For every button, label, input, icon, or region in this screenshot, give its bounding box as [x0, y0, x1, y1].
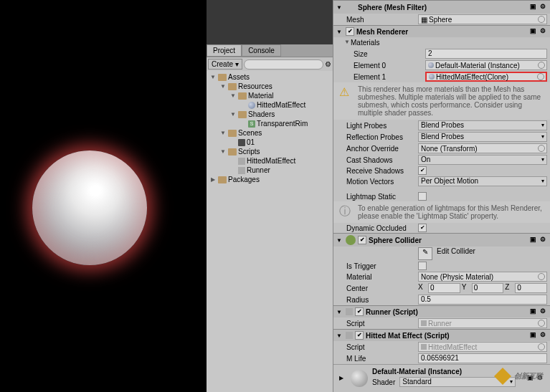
radius-label: Radius — [346, 296, 418, 304]
el0-label: Element 0 — [354, 62, 425, 70]
hitted-header[interactable]: ▼✔Hitted Mat Effect (Script)▣⚙ — [333, 330, 550, 341]
runner-header[interactable]: ▼✔Runner (Script)▣⚙ — [333, 306, 550, 317]
center-z[interactable]: 0 — [515, 283, 547, 293]
motion-label: Motion Vectors — [346, 178, 418, 186]
gear-icon[interactable]: ⚙ — [539, 307, 547, 316]
mlife-field[interactable]: 0.06596921 — [418, 353, 547, 363]
receive-shadows-checkbox[interactable]: ✔ — [418, 166, 427, 175]
hitted-enabled[interactable]: ✔ — [355, 331, 364, 340]
edit-collider-label: Edit Collider — [437, 247, 475, 260]
center-y[interactable]: 0 — [472, 283, 504, 293]
tree-resources[interactable]: ▼Resources — [207, 82, 333, 91]
center-label: Center — [346, 285, 418, 292]
el0-field[interactable]: Default-Material (Instance) — [425, 60, 547, 70]
anchor-field[interactable]: None (Transform) — [418, 143, 547, 153]
light-probes-dropdown[interactable]: Blend Probes — [418, 120, 547, 130]
inspector-panel[interactable]: ▼Sphere (Mesh Filter)▣⚙ Mesh▦ Sphere ▼✔M… — [333, 0, 550, 392]
reflection-probes-label: Reflection Probes — [346, 133, 418, 141]
tree-shaders[interactable]: ▼Shaders — [207, 110, 333, 119]
is-trigger-label: Is Trigger — [346, 262, 418, 270]
radius-field[interactable]: 0.5 — [418, 295, 547, 305]
help-icon[interactable]: ▣ — [528, 331, 537, 340]
info-icon: ⓘ — [339, 204, 354, 219]
tree-transparent-rim[interactable]: STransparentRim — [207, 119, 333, 128]
dynamic-label: Dynamic Occluded — [346, 224, 418, 232]
help-icon[interactable]: ▣ — [528, 307, 537, 316]
gear-icon[interactable]: ⚙ — [539, 331, 547, 340]
tree-hitted-mat[interactable]: HittedMatEffect — [207, 100, 333, 110]
materials-label[interactable]: Materials — [351, 39, 380, 47]
collider-enabled[interactable]: ✔ — [358, 236, 366, 244]
create-button[interactable]: Create ▾ — [208, 59, 242, 70]
reflection-probes-dropdown[interactable]: Blend Probes — [418, 132, 547, 142]
dynamic-checkbox[interactable]: ✔ — [418, 224, 427, 232]
tree-scenes[interactable]: ▼Scenes — [207, 128, 333, 138]
tab-console[interactable]: Console — [242, 44, 281, 57]
edit-collider-button[interactable]: ✎ — [418, 247, 432, 260]
runner-script-field[interactable]: Runner — [418, 318, 547, 328]
cast-shadows-dropdown[interactable]: On — [418, 155, 547, 165]
collider-material-label: Material — [346, 273, 418, 281]
light-probes-label: Light Probes — [346, 122, 418, 130]
sphere-preview — [32, 150, 147, 265]
size-field[interactable]: 2 — [425, 49, 547, 59]
mesh-filter-header[interactable]: ▼Sphere (Mesh Filter)▣⚙ — [333, 1, 550, 14]
help-icon[interactable]: ▣ — [528, 27, 537, 36]
watermark: 创新互联 — [494, 368, 543, 385]
cast-shadows-label: Cast Shadows — [346, 156, 418, 164]
material-preview-icon — [351, 370, 368, 387]
project-search[interactable] — [244, 59, 323, 70]
warning-icon: ⚠ — [339, 85, 354, 100]
el1-field[interactable]: HittedMatEffect(Clone) — [425, 72, 547, 82]
lightmap-label: Lightmap Static — [346, 193, 418, 201]
renderer-enabled[interactable]: ✔ — [346, 27, 354, 36]
runner-script-label: Script — [346, 320, 418, 328]
tree-scene-01[interactable]: 01 — [207, 138, 333, 147]
search-icon[interactable]: ⚙ — [325, 60, 331, 68]
mesh-renderer-header[interactable]: ▼✔Mesh Renderer▣⚙ — [333, 26, 550, 37]
tree-script-hitted[interactable]: HittedMatEffect — [207, 156, 333, 166]
center-x[interactable]: 0 — [428, 283, 460, 293]
runner-enabled[interactable]: ✔ — [355, 307, 364, 316]
hitted-script-label: Script — [346, 343, 418, 351]
help-icon[interactable]: ▣ — [528, 236, 537, 244]
sphere-collider-header[interactable]: ▼✔Sphere Collider▣⚙ — [333, 234, 550, 247]
anchor-label: Anchor Override — [346, 145, 418, 153]
lightmap-checkbox[interactable] — [418, 192, 427, 201]
collider-material-field[interactable]: None (Physic Material) — [418, 272, 547, 282]
mesh-field[interactable]: ▦ Sphere — [418, 14, 547, 24]
scene-viewport[interactable] — [0, 0, 207, 392]
mlife-label: M Life — [346, 355, 418, 363]
tree-scripts[interactable]: ▼Scripts — [207, 147, 333, 156]
is-trigger-checkbox[interactable] — [418, 262, 427, 270]
tree-script-runner[interactable]: Runner — [207, 166, 333, 175]
receive-shadows-label: Receive Shadows — [346, 167, 418, 175]
project-tree[interactable]: ▼Assets ▼Resources ▼Material HittedMatEf… — [207, 71, 333, 392]
size-label: Size — [354, 50, 425, 58]
tree-material[interactable]: ▼Material — [207, 91, 333, 100]
mat1-shader-label: Shader — [372, 378, 395, 386]
motion-dropdown[interactable]: Per Object Motion — [418, 176, 547, 186]
mesh-label: Mesh — [346, 16, 418, 24]
lightmap-info: ⓘTo enable generation of lightmaps for t… — [333, 201, 550, 223]
tab-project[interactable]: Project — [207, 44, 242, 57]
tree-assets[interactable]: ▼Assets — [207, 72, 333, 82]
hitted-script-field[interactable]: HittedMatEffect — [418, 342, 547, 352]
el1-label: Element 1 — [354, 73, 425, 81]
tree-packages[interactable]: ▶Packages — [207, 175, 333, 184]
gear-icon[interactable]: ⚙ — [539, 236, 547, 244]
project-panel: Project Console Create ▾ ⚙ ▼Assets ▼Reso… — [207, 0, 333, 392]
materials-warning: ⚠This renderer has more materials than t… — [333, 82, 550, 120]
gear-icon[interactable]: ⚙ — [539, 27, 547, 36]
gear-icon[interactable]: ⚙ — [539, 3, 547, 11]
help-icon[interactable]: ▣ — [528, 3, 537, 11]
